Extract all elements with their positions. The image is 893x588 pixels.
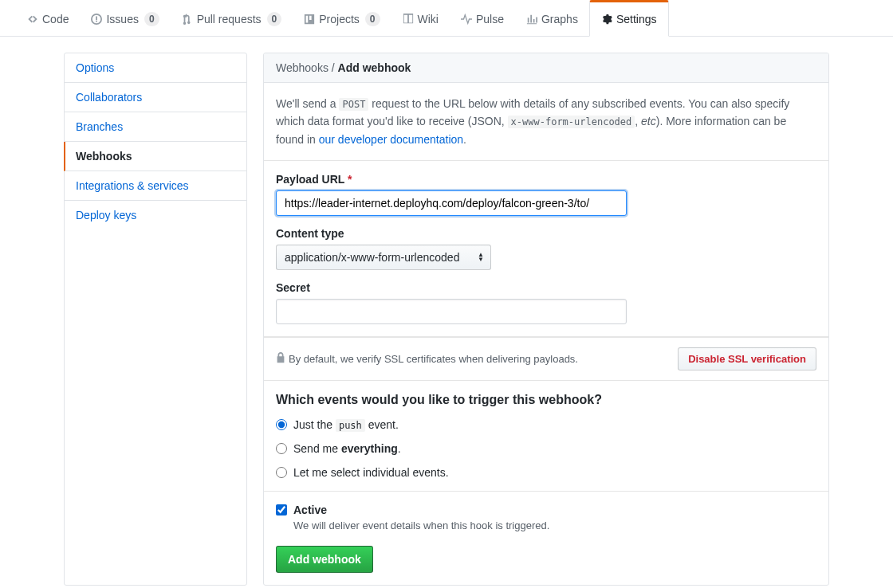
active-checkbox[interactable]: [276, 504, 287, 515]
tab-label: Graphs: [541, 13, 578, 25]
form-section: Payload URL * Content type application/x…: [264, 161, 828, 337]
event-option-everything[interactable]: Send me everything.: [276, 442, 816, 455]
projects-count: 0: [365, 12, 380, 26]
doc-link[interactable]: our developer documentation: [319, 133, 463, 146]
content-container: Options Collaborators Branches Webhooks …: [48, 53, 845, 586]
tab-projects[interactable]: Projects 0: [293, 0, 391, 36]
radio-label: Send me everything.: [293, 442, 401, 455]
select-value: application/x-www-form-urlencoded: [285, 251, 459, 264]
disable-ssl-button[interactable]: Disable SSL verification: [678, 347, 816, 370]
tab-wiki[interactable]: Wiki: [391, 0, 450, 36]
payload-url-input[interactable]: [276, 190, 627, 216]
event-option-push[interactable]: Just the push event.: [276, 418, 816, 431]
graph-icon: [526, 14, 537, 25]
post-code: POST: [339, 98, 368, 111]
form-code: x-www-form-urlencoded: [508, 116, 635, 128]
sidebar-item-webhooks[interactable]: Webhooks: [64, 142, 246, 171]
tab-issues[interactable]: Issues 0: [80, 0, 170, 36]
secret-label: Secret: [276, 281, 816, 294]
active-sublabel: We will deliver event details when this …: [293, 519, 816, 531]
repo-tabs: Code Issues 0 Pull requests 0 Projects 0…: [0, 0, 893, 37]
breadcrumb-current: Add webhook: [338, 61, 411, 74]
content-type-group: Content type application/x-www-form-urle…: [276, 227, 816, 270]
payload-url-label: Payload URL *: [276, 173, 816, 186]
ssl-note: By default, we verify SSL certificates w…: [276, 352, 578, 366]
radio-individual[interactable]: [276, 467, 287, 478]
payload-url-group: Payload URL *: [276, 173, 816, 216]
issues-count: 0: [144, 12, 159, 26]
pulse-icon: [461, 14, 472, 25]
issue-icon: [91, 14, 102, 25]
tab-label: Pulse: [476, 13, 504, 25]
secret-group: Secret: [276, 281, 816, 324]
lock-icon: [276, 352, 285, 366]
required-asterisk: *: [348, 173, 352, 186]
sidebar-item-options[interactable]: Options: [65, 53, 246, 83]
main-panel: Webhooks / Add webhook We'll send a POST…: [263, 53, 829, 586]
event-option-individual[interactable]: Let me select individual events.: [276, 466, 816, 479]
tab-label: Projects: [319, 13, 360, 25]
add-webhook-button[interactable]: Add webhook: [276, 546, 373, 573]
tab-pulse[interactable]: Pulse: [450, 0, 515, 36]
secret-input[interactable]: [276, 299, 627, 324]
sidebar-item-branches[interactable]: Branches: [65, 112, 246, 142]
breadcrumb-parent[interactable]: Webhooks: [276, 61, 328, 74]
book-icon: [403, 14, 414, 25]
tab-label: Wiki: [418, 13, 439, 25]
tab-label: Settings: [616, 13, 657, 25]
events-section: Which events would you like to trigger t…: [264, 381, 828, 492]
gear-icon: [601, 14, 612, 25]
tab-label: Pull requests: [197, 13, 262, 25]
ssl-section: By default, we verify SSL certificates w…: [264, 337, 828, 381]
radio-label: Just the push event.: [293, 418, 399, 431]
radio-label: Let me select individual events.: [293, 466, 449, 479]
radio-everything[interactable]: [276, 443, 287, 454]
breadcrumb-sep: /: [332, 61, 335, 74]
active-label: Active: [293, 504, 327, 516]
radio-push[interactable]: [276, 419, 287, 430]
chevron-updown-icon: ▲▼: [478, 253, 484, 262]
projects-icon: [304, 14, 315, 25]
sidebar-item-collaborators[interactable]: Collaborators: [65, 83, 246, 112]
final-section: Active We will deliver event details whe…: [264, 492, 828, 585]
pulls-count: 0: [267, 12, 282, 26]
tab-settings[interactable]: Settings: [589, 0, 669, 37]
sidebar-item-integrations[interactable]: Integrations & services: [65, 171, 246, 201]
active-checkbox-row[interactable]: Active: [276, 504, 816, 516]
tab-label: Code: [42, 13, 69, 25]
tab-code[interactable]: Code: [16, 0, 80, 36]
tab-pull-requests[interactable]: Pull requests 0: [171, 0, 293, 36]
sidebar-item-deploy-keys[interactable]: Deploy keys: [65, 201, 246, 229]
tab-graphs[interactable]: Graphs: [515, 0, 589, 36]
code-icon: [27, 14, 38, 25]
settings-sidebar: Options Collaborators Branches Webhooks …: [64, 53, 247, 586]
tab-label: Issues: [106, 13, 138, 25]
content-type-label: Content type: [276, 227, 816, 240]
description-text: We'll send a POST request to the URL bel…: [276, 95, 816, 148]
description-section: We'll send a POST request to the URL bel…: [264, 83, 828, 161]
breadcrumb: Webhooks / Add webhook: [264, 53, 828, 83]
content-type-select[interactable]: application/x-www-form-urlencoded ▲▼: [276, 245, 491, 270]
pull-request-icon: [182, 14, 193, 25]
events-title: Which events would you like to trigger t…: [276, 393, 816, 407]
